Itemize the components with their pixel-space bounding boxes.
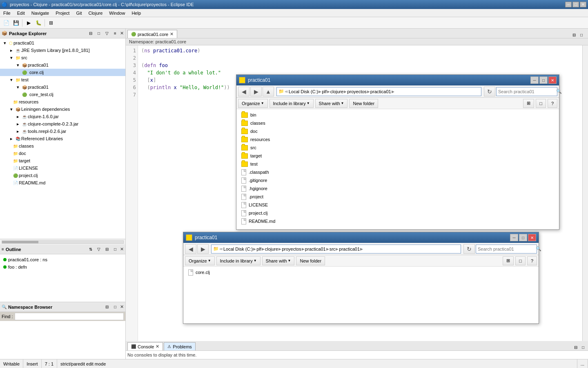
explorer1-share-btn[interactable]: Share with ▼ xyxy=(315,99,348,108)
ns-browser-close-btn[interactable]: ✕ xyxy=(120,304,124,310)
explorer2-refresh-btn[interactable]: ↻ xyxy=(463,244,475,254)
console-min-btn[interactable]: ⊟ xyxy=(572,344,579,350)
explorer2-share-btn[interactable]: Share with ▼ xyxy=(262,256,295,265)
tree-hscroll[interactable] xyxy=(2,240,124,244)
toolbar-save[interactable]: 💾 xyxy=(11,18,20,27)
explorer2-search-box[interactable]: 🔍 xyxy=(476,245,537,254)
tree-pkg-practica01[interactable]: ▾ 📦 practica01 xyxy=(0,61,125,69)
explorer1-fwd-btn[interactable]: ▶ xyxy=(250,87,262,96)
outline-sort-btn[interactable]: ⇅ xyxy=(87,246,94,253)
explorer2-include-btn[interactable]: Include in library ▼ xyxy=(216,256,261,265)
tree-lein-deps[interactable]: ▾ 📦 Leiningen dependencies xyxy=(0,105,125,113)
explorer1-up-btn[interactable]: ▲ xyxy=(263,87,274,96)
file-classpath[interactable]: .classpath xyxy=(240,168,556,176)
menu-window[interactable]: Window xyxy=(106,9,128,17)
file-target[interactable]: target xyxy=(240,152,556,160)
explorer2-newfolder-btn[interactable]: New folder xyxy=(296,256,325,265)
explorer1-help-btn[interactable]: ? xyxy=(548,99,557,108)
explorer2-close-btn[interactable]: ✕ xyxy=(528,234,536,241)
outline-min-btn[interactable]: ⊟ xyxy=(104,246,110,253)
file-gitignore[interactable]: .gitignore xyxy=(240,176,556,184)
tree-test-pkg[interactable]: ▾ 📦 practica01 xyxy=(0,83,125,91)
tree-test[interactable]: ▾ 📁 test xyxy=(0,76,125,83)
explorer1-back-btn[interactable]: ◀ xyxy=(238,87,249,96)
explorer2-max-btn[interactable]: □ xyxy=(519,234,527,241)
explorer1-address[interactable]: 📁 ≪ Local Disk (C:) ▶ plf ▶ clojure ▶ pr… xyxy=(276,87,481,96)
file-core-clj[interactable]: core.clj xyxy=(187,268,535,276)
explorer2-view-btn[interactable]: ⊞ xyxy=(503,256,514,265)
menu-file[interactable]: File xyxy=(0,9,14,17)
pkg-menu-btn[interactable]: ≡ xyxy=(112,30,118,37)
outline-collapse-btn[interactable]: ▽ xyxy=(96,246,102,253)
editor-tab-close[interactable]: ✕ xyxy=(170,31,174,37)
explorer1-search-input[interactable] xyxy=(497,89,556,94)
menu-help[interactable]: Help xyxy=(128,9,144,17)
explorer2-help-btn[interactable]: ? xyxy=(527,256,537,265)
explorer1-max-btn[interactable]: □ xyxy=(539,76,548,84)
tree-doc[interactable]: 📁 doc xyxy=(0,150,125,157)
outline-item-ns[interactable]: practica01.core : ns xyxy=(2,256,124,263)
tree-project-clj[interactable]: 🟢 project.clj xyxy=(0,172,125,179)
explorer1-min-btn[interactable]: ─ xyxy=(530,76,539,84)
problems-tab[interactable]: ⚠ Problems xyxy=(164,342,195,350)
tree-tools-jar[interactable]: ▸ ☕ tools.nrepl-0.2.6.jar xyxy=(0,128,125,135)
editor-max-btn[interactable]: □ xyxy=(578,31,585,38)
toolbar-run[interactable]: ▶ xyxy=(24,18,33,27)
tree-license[interactable]: 📄 LICENSE xyxy=(0,164,125,172)
tree-clojure-complete-jar[interactable]: ▸ ☕ clojure-complete-0.2.3.jar xyxy=(0,120,125,128)
file-readme[interactable]: README.md xyxy=(240,217,556,225)
toolbar-new[interactable]: 📄 xyxy=(2,18,11,27)
editor-tab-core[interactable]: 🟢 practica01.core ✕ xyxy=(127,30,177,38)
explorer1-preview-btn[interactable]: □ xyxy=(536,99,546,108)
explorer2-organize-btn[interactable]: Organize ▼ xyxy=(185,256,215,265)
explorer2-back-btn[interactable]: ◀ xyxy=(185,244,196,254)
file-classes[interactable]: classes xyxy=(240,119,556,127)
explorer2-fwd-btn[interactable]: ▶ xyxy=(197,244,209,254)
explorer1-organize-btn[interactable]: Organize ▼ xyxy=(238,99,268,108)
editor-min-btn[interactable]: ⊟ xyxy=(571,31,577,38)
editor-scrollbar[interactable] xyxy=(582,45,588,341)
tree-readme[interactable]: 📄 README.md xyxy=(0,179,125,186)
tree-practica01[interactable]: ▾ ⬡ practica01 xyxy=(0,39,125,47)
menu-edit[interactable]: Edit xyxy=(14,9,28,17)
tree-core-clj[interactable]: 🟢 core.clj xyxy=(0,69,125,76)
explorer1-view-btn[interactable]: ⊞ xyxy=(523,99,534,108)
file-test[interactable]: test xyxy=(240,160,556,168)
toolbar-perspective[interactable]: ⊞ xyxy=(47,18,56,27)
maximize-button[interactable]: □ xyxy=(572,2,579,7)
tree-jre[interactable]: ▸ ☕ JRE System Library [jre1.8.0_181] xyxy=(0,47,125,54)
file-resources[interactable]: resources xyxy=(240,135,556,144)
console-max-btn[interactable]: □ xyxy=(580,344,586,350)
console-tab-close[interactable]: ✕ xyxy=(156,344,159,349)
tree-scrollbar[interactable] xyxy=(0,239,125,245)
pkg-maximize-btn[interactable]: □ xyxy=(96,30,102,37)
explorer2-address[interactable]: 📁 ≪ Local Disk (C:) ▶ plf ▶ clojure ▶ pr… xyxy=(211,245,461,254)
pkg-minimize-btn[interactable]: ⊟ xyxy=(87,30,94,37)
tree-core-test-clj[interactable]: 🟢 core_test.clj xyxy=(0,91,125,98)
ns-browser-min-btn[interactable]: ⊟ xyxy=(104,304,110,310)
explorer2-min-btn[interactable]: ─ xyxy=(510,234,518,241)
explorer2-preview-btn[interactable]: □ xyxy=(515,256,526,265)
find-input[interactable] xyxy=(15,313,124,320)
explorer1-close-btn[interactable]: ✕ xyxy=(548,76,557,84)
toolbar-debug[interactable]: 🐛 xyxy=(34,18,43,27)
tree-ref-libs[interactable]: ▸ 📚 Referenced Libraries xyxy=(0,135,125,142)
menu-project[interactable]: Project xyxy=(52,9,73,17)
minimize-button[interactable]: ─ xyxy=(565,2,572,7)
outline-item-foo[interactable]: foo : defn xyxy=(2,263,124,271)
file-project-meta[interactable]: .project xyxy=(240,193,556,201)
pkg-close-btn[interactable]: ✕ xyxy=(120,31,124,36)
pkg-collapse-btn[interactable]: ▽ xyxy=(104,30,110,37)
file-license[interactable]: LICENSE xyxy=(240,201,556,209)
file-project-clj[interactable]: project.clj xyxy=(240,209,556,217)
explorer1-refresh-btn[interactable]: ↻ xyxy=(484,87,495,96)
explorer1-include-btn[interactable]: Include in library ▼ xyxy=(270,99,314,108)
file-doc[interactable]: doc xyxy=(240,127,556,135)
tree-resources[interactable]: 📁 resources xyxy=(0,98,125,105)
menu-navigate[interactable]: Navigate xyxy=(28,9,52,17)
outline-close-btn[interactable]: ✕ xyxy=(120,247,124,252)
tree-classes[interactable]: 📁 classes xyxy=(0,142,125,150)
file-src[interactable]: src xyxy=(240,144,556,152)
explorer1-search-box[interactable]: 🔍 xyxy=(496,87,557,96)
file-bin[interactable]: bin xyxy=(240,111,556,119)
